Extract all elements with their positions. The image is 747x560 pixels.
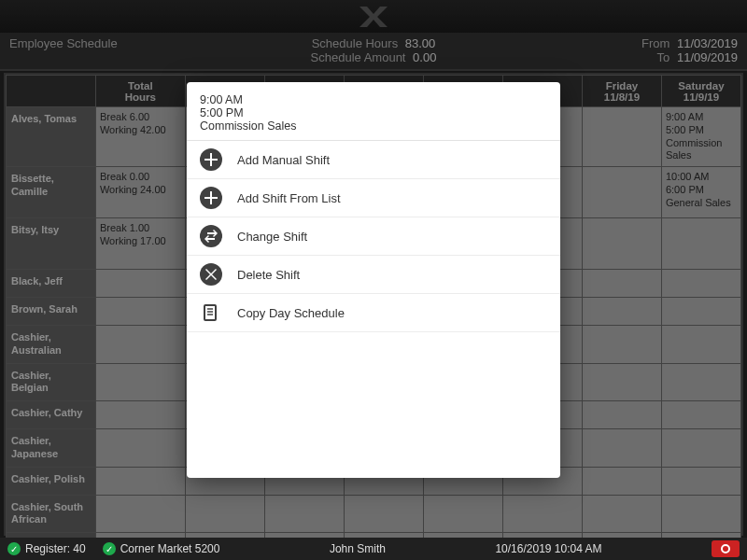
store-status: ✓ Corner Market 5200	[103, 542, 220, 555]
menu-item-add-manual-shift[interactable]: Add Manual Shift	[187, 141, 560, 179]
copy-icon	[200, 301, 222, 324]
close-icon	[200, 263, 222, 286]
menu-item-label: Copy Day Schedule	[237, 306, 345, 320]
menu-item-add-shift-from-list[interactable]: Add Shift From List	[187, 179, 560, 217]
popup-shift-type: Commission Sales	[200, 119, 547, 133]
popup-shift-end: 5:00 PM	[200, 106, 547, 119]
svg-rect-1	[204, 305, 216, 320]
shift-context-menu: 9:00 AM 5:00 PM Commission Sales Add Man…	[187, 82, 560, 478]
plus-icon	[200, 148, 222, 171]
current-user: John Smith	[330, 542, 386, 555]
menu-item-label: Delete Shift	[237, 268, 300, 282]
plus-icon	[200, 187, 222, 209]
popup-header: 9:00 AM 5:00 PM Commission Sales	[187, 82, 560, 141]
popup-shift-start: 9:00 AM	[200, 93, 547, 106]
swap-icon	[200, 225, 222, 247]
menu-item-delete-shift[interactable]: Delete Shift	[187, 256, 560, 294]
menu-item-change-shift[interactable]: Change Shift	[187, 217, 560, 256]
menu-item-label: Add Shift From List	[237, 191, 341, 205]
check-icon: ✓	[7, 542, 21, 555]
menu-item-label: Change Shift	[237, 230, 307, 244]
menu-item-copy-day-schedule[interactable]: Copy Day Schedule	[187, 294, 560, 332]
menu-item-label: Add Manual Shift	[237, 153, 330, 167]
status-bar: ✓ Register: 40 ✓ Corner Market 5200 John…	[0, 538, 747, 560]
current-datetime: 10/16/2019 10:04 AM	[495, 542, 601, 555]
register-status: ✓ Register: 40	[7, 542, 86, 555]
check-icon: ✓	[103, 542, 116, 555]
alert-indicator[interactable]	[712, 540, 740, 557]
